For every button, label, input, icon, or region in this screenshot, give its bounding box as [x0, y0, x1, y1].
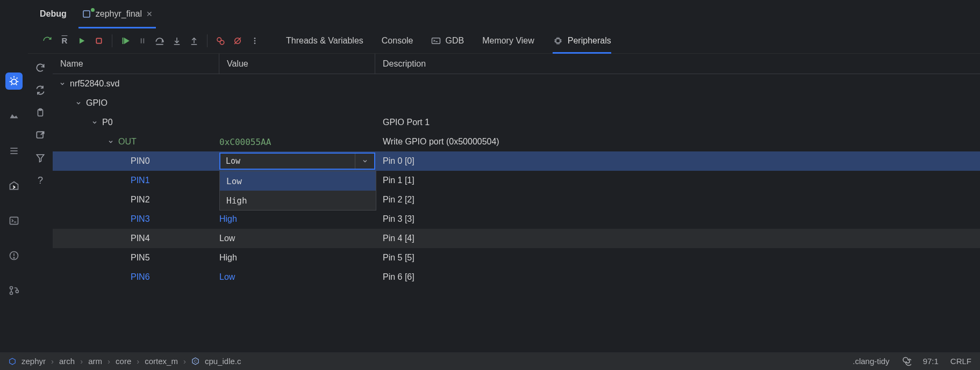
tab-peripherals[interactable]: Peripherals: [553, 28, 611, 53]
tab-label: Memory View: [482, 36, 534, 46]
tab-label: Console: [382, 36, 413, 46]
svg-marker-14: [80, 38, 84, 43]
column-header-description[interactable]: Description: [375, 54, 980, 74]
chevron-down-icon[interactable]: [106, 139, 115, 145]
crumb[interactable]: zephyr: [22, 357, 46, 366]
tree-row-pin2[interactable]: PIN2 Pin 2 [2]: [53, 190, 980, 209]
clipboard-icon[interactable]: [33, 105, 48, 120]
profile-icon[interactable]: [5, 107, 23, 125]
stop-icon[interactable]: [91, 33, 106, 48]
row-value: High: [219, 253, 237, 263]
breadcrumb[interactable]: zephyr › arch › arm › core › cortex_m › …: [9, 357, 848, 366]
row-name: PIN4: [131, 234, 150, 243]
row-name: PIN3: [131, 214, 150, 224]
crumb[interactable]: cortex_m: [145, 357, 178, 366]
pause-icon[interactable]: [135, 33, 150, 48]
resume-icon[interactable]: [74, 33, 89, 48]
tree-row-pin3[interactable]: PIN3 High Pin 3 [3]: [53, 209, 980, 229]
tree-row-gpio[interactable]: GPIO: [53, 93, 980, 113]
tree-row-pin4[interactable]: PIN4 Low Pin 4 [4]: [53, 229, 980, 248]
terminal-small-icon: [431, 37, 441, 45]
tab-label: Threads & Variables: [286, 36, 363, 46]
svg-text:C: C: [194, 359, 197, 363]
svg-point-9: [13, 257, 15, 258]
row-desc: Pin 6 [6]: [383, 272, 414, 282]
git-icon[interactable]: [5, 282, 23, 299]
row-name: PIN6: [131, 272, 150, 282]
crumb[interactable]: arm: [88, 357, 102, 366]
terminal-icon[interactable]: [5, 212, 23, 229]
column-header-value[interactable]: Value: [219, 54, 375, 74]
c-file-icon: C: [191, 357, 199, 365]
chevron-down-icon[interactable]: [355, 154, 374, 169]
svg-rect-32: [432, 38, 440, 43]
app-root: Debug zephyr_final ✕ R: [0, 0, 980, 370]
tree-row-pin0[interactable]: PIN0 Low Low High: [53, 151, 980, 171]
tree-row-pin5[interactable]: PIN5 High Pin 5 [5]: [53, 248, 980, 267]
tree-row-out[interactable]: OUT 0xC00055AA Write GPIO port (0x500005…: [53, 132, 980, 151]
close-icon[interactable]: ✕: [146, 10, 153, 18]
rerun-icon[interactable]: [40, 33, 55, 48]
value-dropdown[interactable]: Low Low High: [219, 153, 375, 170]
crumb[interactable]: cpu_idle.c: [205, 357, 241, 366]
mute-breakpoints-icon[interactable]: [230, 33, 245, 48]
hexagon-icon: [9, 358, 16, 365]
chevron-right-icon: ›: [183, 357, 186, 366]
tree-row-pin1[interactable]: PIN1 Pin 1 [1]: [53, 171, 980, 190]
filter-icon[interactable]: [33, 150, 48, 165]
row-value: Low: [219, 272, 235, 282]
row-desc: Pin 4 [4]: [383, 234, 414, 243]
dropdown-option-high[interactable]: High: [220, 191, 376, 210]
tab-memory-view[interactable]: Memory View: [482, 28, 534, 53]
tab-file-zephyr[interactable]: zephyr_final ✕: [82, 0, 153, 28]
spiral-icon[interactable]: [902, 357, 911, 366]
tab-debug[interactable]: Debug: [40, 0, 67, 28]
toolbar-separator: [207, 34, 208, 47]
step-into-icon[interactable]: [169, 33, 184, 48]
restart-frame-icon[interactable]: R: [57, 33, 72, 48]
svg-rect-13: [83, 11, 90, 17]
row-desc: Pin 3 [3]: [383, 214, 414, 224]
svg-rect-15: [96, 38, 101, 43]
chevron-down-icon[interactable]: [90, 119, 99, 126]
step-over-icon[interactable]: [152, 33, 167, 48]
table-body: nrf52840.svd GPIO: [53, 74, 980, 352]
tab-label: Peripherals: [568, 36, 611, 46]
step-out-icon[interactable]: [187, 33, 202, 48]
tree-row-pin6[interactable]: PIN6 Low Pin 6 [6]: [53, 267, 980, 287]
debug-icon[interactable]: [5, 72, 23, 90]
svg-rect-45: [37, 132, 43, 138]
dropdown-option-low[interactable]: Low: [220, 171, 376, 191]
view-breakpoints-icon[interactable]: [213, 33, 228, 48]
help-icon[interactable]: ?: [33, 173, 48, 188]
table-header: Name Value Description: [53, 54, 980, 74]
status-cursor-pos[interactable]: 97:1: [923, 357, 939, 366]
svg-marker-46: [37, 155, 44, 162]
export-icon[interactable]: [33, 128, 48, 143]
step-run-icon[interactable]: [118, 33, 133, 48]
row-name: nrf52840.svd: [70, 79, 120, 89]
crumb[interactable]: core: [116, 357, 131, 366]
problems-icon[interactable]: [5, 247, 23, 264]
services-icon[interactable]: [5, 177, 23, 194]
chevron-down-icon[interactable]: [74, 100, 83, 106]
more-icon[interactable]: [247, 33, 262, 48]
chevron-right-icon: ›: [108, 357, 110, 366]
crumb[interactable]: arch: [59, 357, 75, 366]
structure-icon[interactable]: [5, 142, 23, 159]
svg-point-26: [220, 40, 224, 45]
left-tool-rail: [0, 0, 28, 352]
tab-threads-variables[interactable]: Threads & Variables: [286, 28, 363, 53]
row-value: Low: [219, 234, 235, 243]
status-clang[interactable]: .clang-tidy: [853, 357, 889, 366]
chevron-down-icon[interactable]: [58, 81, 67, 87]
tree-row-p0[interactable]: P0 GPIO Port 1: [53, 113, 980, 132]
row-value: High: [219, 214, 237, 224]
status-eol[interactable]: CRLF: [950, 357, 971, 366]
tab-gdb[interactable]: GDB: [431, 28, 464, 53]
tree-row-svd[interactable]: nrf52840.svd: [53, 74, 980, 93]
tab-console[interactable]: Console: [382, 28, 413, 53]
refresh-icon[interactable]: [33, 60, 48, 75]
sync-icon[interactable]: [33, 83, 48, 98]
column-header-name[interactable]: Name: [53, 54, 219, 74]
